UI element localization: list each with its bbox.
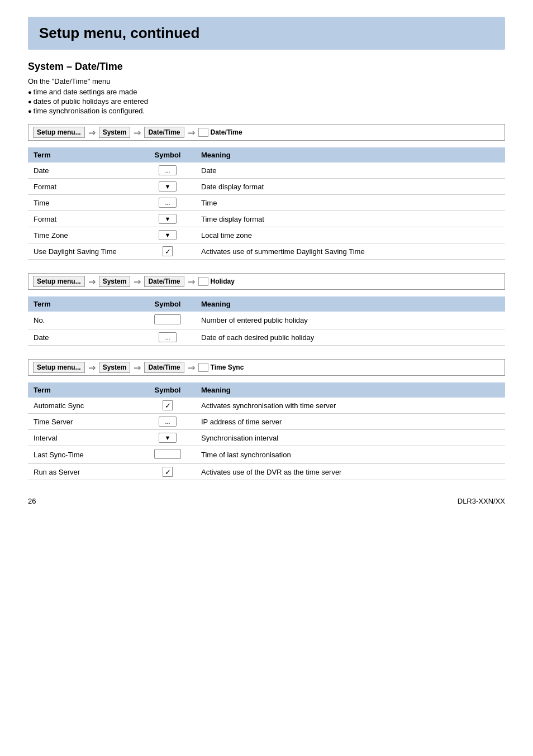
nav-item-setup: Setup menu... bbox=[33, 127, 85, 138]
term-no: No. bbox=[28, 312, 140, 329]
nav-destination-1: Date/Time bbox=[198, 128, 242, 137]
nav-bar-timesync: Setup menu... ⇒ System ⇒ Date/Time ⇒ Tim… bbox=[28, 359, 505, 376]
symbol-date: ... bbox=[140, 162, 196, 179]
col-header-meaning-3: Meaning bbox=[196, 382, 505, 398]
symbol-date-holiday: ... bbox=[140, 329, 196, 346]
checkbox-dst: ✓ bbox=[163, 246, 173, 256]
term-dst: Use Daylight Saving Time bbox=[28, 243, 140, 260]
table-row: Automatic Sync ✓ Activates synchronisati… bbox=[28, 398, 505, 414]
page-number: 26 bbox=[28, 497, 36, 505]
nav-bar-datetime: Setup menu... ⇒ System ⇒ Date/Time ⇒ Dat… bbox=[28, 124, 505, 141]
meaning-timeserver: IP address of time server bbox=[196, 414, 505, 430]
nav-dest-label-3: Time Sync bbox=[211, 363, 244, 371]
meaning-date-holiday: Date of each desired public holiday bbox=[196, 329, 505, 346]
term-interval: Interval bbox=[28, 430, 140, 446]
table-row: Interval ▼ Synchronisation interval bbox=[28, 430, 505, 446]
term-time: Time bbox=[28, 195, 140, 211]
meaning-time: Time bbox=[196, 195, 505, 211]
nav-destination-2: Holiday bbox=[198, 277, 235, 286]
bullet-item: time and date settings are made bbox=[28, 88, 505, 96]
plain-box-lastsynct bbox=[154, 449, 181, 459]
nav-item-system: System bbox=[99, 127, 131, 138]
col-header-meaning-1: Meaning bbox=[196, 147, 505, 162]
meaning-no: Number of entered public holiday bbox=[196, 312, 505, 329]
symbol-interval: ▼ bbox=[140, 430, 196, 446]
ellipsis-box-2: ... bbox=[159, 198, 177, 208]
nav-arrow-3: ⇒ bbox=[188, 127, 195, 138]
nav-arrow-7: ⇒ bbox=[88, 362, 96, 373]
dropdown-box-interval: ▼ bbox=[159, 433, 177, 443]
symbol-dst: ✓ bbox=[140, 243, 196, 260]
symbol-timezone: ▼ bbox=[140, 227, 196, 243]
meaning-lastsynct: Time of last synchronisation bbox=[196, 446, 505, 464]
nav-dest-box-icon bbox=[198, 128, 208, 137]
nav-item-datetime-2: Date/Time bbox=[144, 276, 184, 287]
nav-dest-box-icon-2 bbox=[198, 277, 208, 286]
nav-dest-label-1: Date/Time bbox=[211, 128, 242, 136]
table-timesync: Term Symbol Meaning Automatic Sync ✓ Act… bbox=[28, 382, 505, 480]
ellipsis-box-timeserver: ... bbox=[159, 417, 177, 427]
nav-item-system-3: System bbox=[99, 362, 131, 373]
col-header-symbol-2: Symbol bbox=[140, 296, 196, 312]
nav-arrow-2: ⇒ bbox=[134, 127, 141, 138]
nav-bar-holiday: Setup menu... ⇒ System ⇒ Date/Time ⇒ Hol… bbox=[28, 273, 505, 290]
checkbox-autosync: ✓ bbox=[163, 400, 173, 410]
dropdown-box-2: ▼ bbox=[159, 214, 177, 224]
table-row: Time ... Time bbox=[28, 195, 505, 211]
bullet-item: dates of public holidays are entered bbox=[28, 97, 505, 106]
symbol-no bbox=[140, 312, 196, 329]
dropdown-box-1: ▼ bbox=[159, 181, 177, 192]
table-row: Date ... Date bbox=[28, 162, 505, 179]
table-row: Use Daylight Saving Time ✓ Activates use… bbox=[28, 243, 505, 260]
nav-item-datetime-3: Date/Time bbox=[144, 362, 184, 373]
col-header-term-1: Term bbox=[28, 147, 140, 162]
col-header-term-3: Term bbox=[28, 382, 140, 398]
nav-arrow-6: ⇒ bbox=[188, 276, 195, 287]
table-row: Time Zone ▼ Local time zone bbox=[28, 227, 505, 243]
intro-text: On the "Date/Time" menu bbox=[28, 77, 505, 85]
term-lastsynct: Last Sync-Time bbox=[28, 446, 140, 464]
table-row: No. Number of entered public holiday bbox=[28, 312, 505, 329]
table-holiday: Term Symbol Meaning No. Number of entere… bbox=[28, 296, 505, 346]
nav-item-setup-3: Setup menu... bbox=[33, 362, 85, 373]
term-date-holiday: Date bbox=[28, 329, 140, 346]
nav-arrow-4: ⇒ bbox=[88, 276, 96, 287]
plain-box-no bbox=[154, 314, 181, 324]
table-datetime: Term Symbol Meaning Date ... Date Format… bbox=[28, 147, 505, 260]
term-timeserver: Time Server bbox=[28, 414, 140, 430]
symbol-runasserver: ✓ bbox=[140, 464, 196, 480]
nav-item-system-2: System bbox=[99, 276, 131, 287]
bullet-item: time synchronisation is configured. bbox=[28, 107, 505, 115]
dropdown-box-3: ▼ bbox=[159, 230, 177, 240]
term-timezone: Time Zone bbox=[28, 227, 140, 243]
symbol-format-date: ▼ bbox=[140, 179, 196, 195]
symbol-lastsynct bbox=[140, 446, 196, 464]
page-header: Setup menu, continued bbox=[28, 17, 505, 50]
symbol-timeserver: ... bbox=[140, 414, 196, 430]
meaning-format-time: Time display format bbox=[196, 211, 505, 227]
ellipsis-box-holiday: ... bbox=[159, 332, 177, 342]
table-row: Format ▼ Date display format bbox=[28, 179, 505, 195]
checkbox-runasserver: ✓ bbox=[163, 467, 173, 477]
term-format-time: Format bbox=[28, 211, 140, 227]
term-autosync: Automatic Sync bbox=[28, 398, 140, 414]
bullet-list: time and date settings are made dates of… bbox=[28, 88, 505, 115]
meaning-date: Date bbox=[196, 162, 505, 179]
meaning-format-date: Date display format bbox=[196, 179, 505, 195]
nav-arrow-8: ⇒ bbox=[134, 362, 141, 373]
meaning-dst: Activates use of summertime Daylight Sav… bbox=[196, 243, 505, 260]
symbol-time: ... bbox=[140, 195, 196, 211]
term-date: Date bbox=[28, 162, 140, 179]
nav-arrow-1: ⇒ bbox=[88, 127, 96, 138]
meaning-timezone: Local time zone bbox=[196, 227, 505, 243]
nav-item-datetime: Date/Time bbox=[144, 127, 184, 138]
page-footer: 26 DLR3-XXN/XX bbox=[28, 497, 505, 505]
col-header-symbol-1: Symbol bbox=[140, 147, 196, 162]
symbol-autosync: ✓ bbox=[140, 398, 196, 414]
nav-arrow-5: ⇒ bbox=[134, 276, 141, 287]
table-row: Date ... Date of each desired public hol… bbox=[28, 329, 505, 346]
table-row: Time Server ... IP address of time serve… bbox=[28, 414, 505, 430]
nav-dest-label-2: Holiday bbox=[211, 277, 235, 285]
nav-item-setup-2: Setup menu... bbox=[33, 276, 85, 287]
meaning-interval: Synchronisation interval bbox=[196, 430, 505, 446]
